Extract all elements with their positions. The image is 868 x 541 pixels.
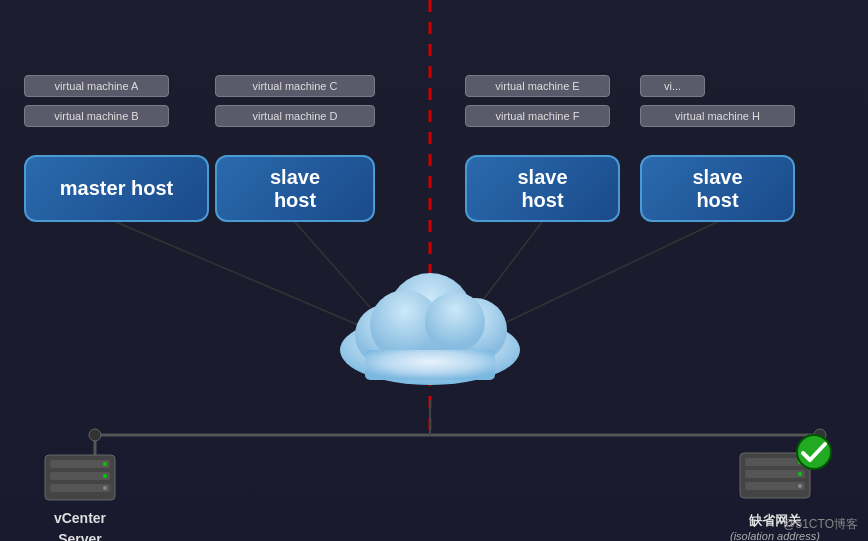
- vm-box-c: virtual machine C: [215, 75, 375, 97]
- server-icon-vcenter: [40, 450, 120, 505]
- master-host: master host: [24, 155, 209, 222]
- main-diagram: virtual machine A virtual machine B virt…: [0, 0, 868, 541]
- svg-rect-27: [745, 470, 805, 478]
- svg-rect-21: [50, 484, 110, 492]
- vm-box-h: virtual machine H: [640, 105, 795, 127]
- svg-point-23: [103, 474, 107, 478]
- svg-point-31: [798, 484, 802, 488]
- vm-box-d: virtual machine D: [215, 105, 375, 127]
- svg-point-16: [425, 292, 485, 352]
- svg-rect-17: [365, 350, 495, 380]
- slave-host-2: slavehost: [465, 155, 620, 222]
- slave-host-1: slavehost: [215, 155, 375, 222]
- vm-box-f: virtual machine F: [465, 105, 610, 127]
- cloud-icon: [310, 240, 550, 400]
- checkmark-icon: [795, 433, 833, 471]
- svg-rect-20: [50, 472, 110, 480]
- vm-box-a: virtual machine A: [24, 75, 169, 97]
- watermark: @51CTO博客: [783, 516, 858, 533]
- vcenter-label: vCenter: [54, 510, 106, 526]
- svg-point-24: [103, 486, 107, 490]
- slave-host-3: slavehost: [640, 155, 795, 222]
- svg-point-9: [89, 429, 101, 441]
- svg-rect-28: [745, 482, 805, 490]
- vcenter-label2: Server: [58, 531, 102, 541]
- vcenter-server: vCenter Server: [40, 450, 120, 541]
- svg-rect-19: [50, 460, 110, 468]
- svg-point-22: [103, 462, 107, 466]
- vm-box-b: virtual machine B: [24, 105, 169, 127]
- svg-point-30: [798, 472, 802, 476]
- vm-box-g: vi...: [640, 75, 705, 97]
- vm-box-e: virtual machine E: [465, 75, 610, 97]
